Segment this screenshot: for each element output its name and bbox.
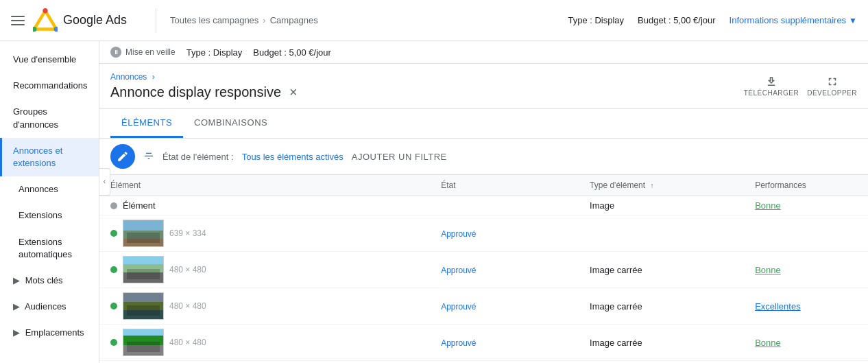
hamburger-menu[interactable] — [11, 16, 25, 25]
perf-cell: Bonne — [744, 252, 868, 288]
svg-marker-0 — [34, 10, 56, 29]
add-filter-button[interactable]: AJOUTER UN FILTRE — [352, 152, 447, 162]
sidebar-item-extensions[interactable]: Extensions — [0, 202, 99, 229]
breadcrumb-sep-1: › — [263, 15, 265, 25]
status-dot — [110, 230, 117, 237]
filter-row: État de l'élément : Tous les éléments ac… — [99, 139, 868, 175]
top-header: Google Ads Toutes les campagnes › Campag… — [0, 0, 868, 41]
performance-value[interactable]: Bonne — [755, 200, 781, 211]
type-cell: Image carrée — [579, 252, 744, 288]
performance-value[interactable]: Bonne — [755, 338, 781, 348]
col-header-etat: État — [430, 175, 579, 196]
expand-icon-emplacements: ▶ — [13, 327, 20, 338]
table-header-row: Élément État Type d'élément ↑ Performanc… — [99, 175, 868, 196]
mise-en-veille: ⏸ Mise en veille — [110, 47, 176, 58]
filter-icon-btn[interactable] — [143, 151, 154, 162]
table-row: 480 × 480 Approuvé Image carrée Bonne — [99, 252, 868, 288]
element-label: Élément — [123, 200, 156, 211]
status-dot — [110, 339, 117, 346]
sort-arrow-icon: ↑ — [650, 182, 653, 189]
action-buttons: TÉLÉCHARGER DÉVELOPPER — [744, 75, 857, 97]
status-dot — [110, 266, 117, 273]
sidebar-item-emplacements[interactable]: ▶ Emplacements — [0, 320, 99, 346]
table-container: Élément État Type d'élément ↑ Performanc… — [99, 175, 868, 363]
edit-button[interactable] — [110, 144, 135, 169]
header-meta: Type : Display Budget : 5,00 €/jour Info… — [568, 15, 857, 25]
etat-cell: Approuvé — [430, 288, 579, 325]
expand-button[interactable]: DÉVELOPPER — [807, 75, 857, 97]
sidebar-item-audiences[interactable]: ▶ Audiences — [0, 294, 99, 320]
sidebar-item-vue-densemble[interactable]: Vue d'ensemble — [0, 47, 99, 73]
info-supplementaires-btn[interactable]: Informations supplémentaires ▼ — [730, 15, 857, 25]
image-thumbnail — [123, 329, 164, 356]
download-icon — [765, 75, 777, 88]
image-size: 480 × 480 — [169, 265, 206, 274]
expand-icon-audiences: ▶ — [13, 301, 20, 312]
google-ads-logo — [33, 8, 58, 33]
image-thumbnail — [123, 220, 164, 247]
edit-icon — [117, 150, 129, 163]
budget-badge: Budget : 5,00 €/jour — [253, 47, 330, 58]
image-size: 639 × 334 — [169, 229, 206, 238]
sidebar-item-mots-cles[interactable]: ▶ Mots clés — [0, 268, 99, 294]
filter-value[interactable]: Tous les éléments activés — [242, 152, 343, 162]
col-header-type[interactable]: Type d'élément ↑ — [579, 175, 744, 196]
chevron-down-icon: ▼ — [849, 16, 857, 25]
type-cell: Image carrée — [579, 325, 744, 361]
type-cell: Image carrée — [579, 361, 744, 364]
tab-elements[interactable]: ÉLÉMENTS — [110, 109, 183, 138]
filter-label: État de l'élément : — [162, 152, 234, 162]
sidebar-item-annonces[interactable]: Annonces — [0, 176, 99, 202]
etat-cell: Approuvé — [430, 215, 579, 252]
type-cell: Image — [579, 196, 744, 215]
type-display: Type : Display — [568, 15, 624, 25]
breadcrumb-area: Toutes les campagnes › Campagnes — [170, 15, 568, 25]
logo-area: Google Ads — [33, 8, 156, 33]
type-cell — [579, 215, 744, 252]
main-layout: Vue d'ensemble Recommandations Groupes d… — [0, 41, 868, 363]
ad-title: Annonce display responsive — [110, 84, 281, 100]
etat-cell: Approuvé — [430, 325, 579, 361]
perf-cell: Bonne — [744, 325, 868, 361]
image-thumbnail — [123, 256, 164, 283]
close-button[interactable]: × — [289, 84, 298, 100]
sidebar-item-annonces-et-extensions[interactable]: Annonces et extensions — [0, 138, 99, 176]
tab-combinaisons[interactable]: COMBINAISONS — [183, 109, 278, 138]
etat-cell: Approuvé — [430, 252, 579, 288]
app-name: Google Ads — [63, 13, 127, 27]
perf-cell — [744, 215, 868, 252]
perf-cell: Excellentes — [744, 288, 868, 325]
table-row: Approuvé Image carrée — [99, 361, 868, 364]
filter-icon — [143, 151, 154, 162]
content-area: ⏸ Mise en veille Type : Display Budget :… — [99, 41, 868, 363]
table-row: 480 × 480 Approuvé Image carrée Bonne — [99, 325, 868, 361]
breadcrumb-1[interactable]: Toutes les campagnes — [170, 15, 258, 25]
tabs-row: ÉLÉMENTS COMBINAISONS — [99, 109, 868, 139]
sidebar: Vue d'ensemble Recommandations Groupes d… — [0, 41, 99, 363]
performance-value[interactable]: Excellentes — [755, 301, 800, 312]
col-header-element: Élément — [99, 175, 430, 196]
sidebar-item-recommandations[interactable]: Recommandations — [0, 73, 99, 99]
table-row: 480 × 480 Approuvé Image carrée Excellen… — [99, 288, 868, 325]
image-thumbnail — [123, 292, 164, 320]
pause-icon: ⏸ — [110, 47, 121, 58]
etat-cell: Approuvé — [430, 361, 579, 364]
type-cell: Image carrée — [579, 288, 744, 325]
campaign-bar: ⏸ Mise en veille Type : Display Budget :… — [99, 41, 868, 64]
table-row: Élément Image Bonne — [99, 196, 868, 215]
ad-panel: Annonces › Annonce display responsive × … — [99, 64, 868, 109]
ad-breadcrumb[interactable]: Annonces › — [110, 72, 298, 82]
download-button[interactable]: TÉLÉCHARGER — [744, 75, 799, 97]
elements-table: Élément État Type d'élément ↑ Performanc… — [99, 175, 868, 363]
budget-label: Budget : 5,00 €/jour — [638, 15, 715, 25]
svg-point-3 — [43, 8, 47, 13]
perf-cell: Bonne — [744, 196, 868, 215]
status-dot — [110, 202, 117, 209]
perf-cell — [744, 361, 868, 364]
table-row: 639 × 334 Approuvé — [99, 215, 868, 252]
performance-value[interactable]: Bonne — [755, 265, 781, 275]
breadcrumb-2[interactable]: Campagnes — [270, 15, 318, 25]
sidebar-item-extensions-automatiques[interactable]: Extensions automatiques — [0, 229, 99, 268]
sidebar-item-groupes-dannonces[interactable]: Groupes d'annonces — [0, 99, 99, 137]
status-dot — [110, 303, 117, 309]
